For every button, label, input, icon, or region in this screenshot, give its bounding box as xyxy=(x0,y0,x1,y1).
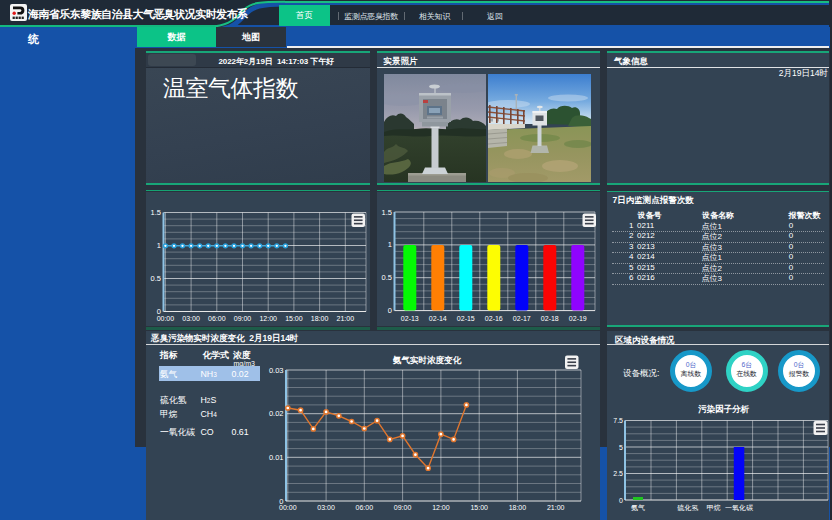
svg-text:0: 0 xyxy=(619,497,623,504)
svg-text:00:00: 00:00 xyxy=(157,315,175,322)
svg-text:1: 1 xyxy=(388,240,392,249)
svg-text:15:00: 15:00 xyxy=(285,315,303,322)
svg-text:5: 5 xyxy=(619,444,623,451)
svg-text:02-14: 02-14 xyxy=(429,315,447,322)
svg-text:0.02: 0.02 xyxy=(269,409,284,418)
svg-text:02-13: 02-13 xyxy=(401,315,419,322)
svg-text:21:00: 21:00 xyxy=(337,315,355,322)
svg-text:02-19: 02-19 xyxy=(569,315,587,322)
svg-text:1.5: 1.5 xyxy=(382,208,392,217)
svg-text:02-16: 02-16 xyxy=(485,315,503,322)
svg-text:02-18: 02-18 xyxy=(541,315,559,322)
svg-text:氨气: 氨气 xyxy=(631,504,645,511)
svg-text:2.5: 2.5 xyxy=(613,470,623,477)
svg-text:21:00: 21:00 xyxy=(547,504,565,511)
svg-text:1.5: 1.5 xyxy=(151,208,161,217)
svg-text:0.5: 0.5 xyxy=(151,274,161,283)
svg-text:12:00: 12:00 xyxy=(259,315,277,322)
svg-text:00:00: 00:00 xyxy=(279,504,297,511)
svg-text:03:00: 03:00 xyxy=(182,315,200,322)
svg-text:02-15: 02-15 xyxy=(457,315,475,322)
svg-text:09:00: 09:00 xyxy=(234,315,252,322)
svg-text:0: 0 xyxy=(388,306,392,315)
svg-text:硫化氢: 硫化氢 xyxy=(677,504,699,512)
svg-text:0.01: 0.01 xyxy=(269,453,284,462)
svg-text:1: 1 xyxy=(157,241,161,250)
svg-text:09:00: 09:00 xyxy=(394,504,412,511)
svg-text:15:00: 15:00 xyxy=(470,504,488,511)
svg-text:12:00: 12:00 xyxy=(432,504,450,511)
svg-text:18:00: 18:00 xyxy=(311,315,329,322)
svg-text:甲烷: 甲烷 xyxy=(707,504,721,512)
svg-text:03:00: 03:00 xyxy=(317,504,335,511)
svg-text:0.5: 0.5 xyxy=(382,273,392,282)
svg-text:06:00: 06:00 xyxy=(208,315,226,322)
svg-text:7.5: 7.5 xyxy=(613,417,623,424)
svg-text:一氧化碳: 一氧化碳 xyxy=(725,504,753,512)
svg-text:0.03: 0.03 xyxy=(269,366,284,375)
svg-text:18:00: 18:00 xyxy=(509,504,527,511)
svg-text:02-17: 02-17 xyxy=(513,315,531,322)
svg-text:06:00: 06:00 xyxy=(356,504,374,511)
